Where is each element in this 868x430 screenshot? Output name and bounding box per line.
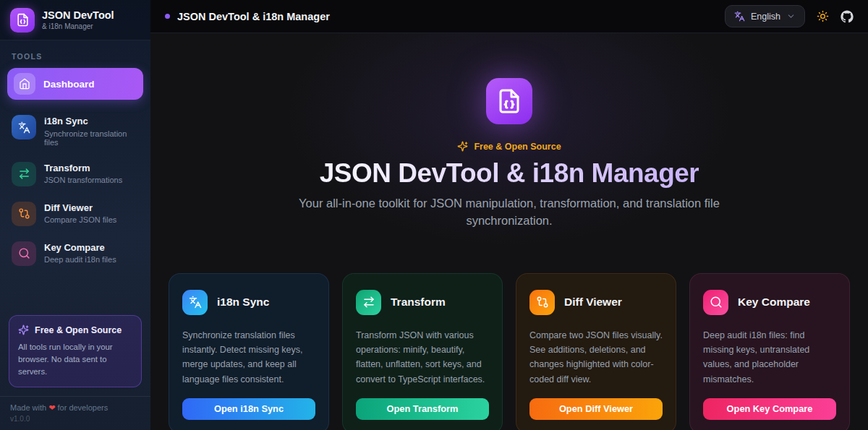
- sun-icon: [817, 10, 829, 22]
- sidebar-item-label: Transform: [44, 162, 122, 174]
- sidebar: JSON DevTool & i18n Manager TOOLS Dashbo…: [0, 0, 150, 430]
- sidebar-nav: Dashboard i18n Sync Synchronize translat…: [0, 68, 150, 266]
- theme-toggle-button[interactable]: [817, 10, 829, 22]
- swap-arrows-icon: [356, 290, 381, 315]
- promo-title: Free & Open Source: [35, 325, 122, 335]
- languages-icon: [12, 115, 36, 139]
- app-subtitle: & i18n Manager: [42, 22, 114, 30]
- language-label: English: [751, 12, 780, 22]
- search-icon: [12, 241, 36, 266]
- languages-icon: [734, 11, 745, 22]
- card-description: Deep audit i18n files: find missing keys…: [703, 328, 836, 387]
- sidebar-item-diff-viewer[interactable]: Diff Viewer Compare JSON files: [12, 202, 139, 226]
- sparkles-icon: [457, 141, 468, 152]
- card-i18n-sync: i18n Sync Synchronize translation files …: [169, 273, 329, 430]
- card-description: Transform JSON with various operations: …: [356, 328, 489, 387]
- made-with-text: Made with ❤ for developers: [10, 403, 140, 413]
- tools-section-label: TOOLS: [12, 52, 139, 61]
- sidebar-header: JSON DevTool & i18n Manager: [0, 0, 150, 40]
- card-transform: Transform Transform JSON with various op…: [342, 273, 503, 430]
- card-description: Compare two JSON files visually. See add…: [529, 328, 663, 387]
- feature-cards: i18n Sync Synchronize translation files …: [150, 273, 868, 430]
- sidebar-item-key-compare[interactable]: Key Compare Deep audit i18n files: [12, 241, 139, 266]
- open-i18n-sync-button[interactable]: Open i18n Sync: [182, 398, 315, 420]
- git-compare-icon: [12, 202, 36, 226]
- languages-icon: [182, 290, 208, 315]
- sidebar-item-label: i18n Sync: [44, 115, 139, 127]
- card-key-compare: Key Compare Deep audit i18n files: find …: [689, 273, 850, 430]
- card-title: Key Compare: [738, 296, 810, 309]
- sidebar-item-i18n-sync[interactable]: i18n Sync Synchronize translation files: [12, 115, 139, 147]
- dashboard-content: Free & Open Source JSON DevTool & i18n M…: [150, 33, 868, 430]
- sidebar-item-sublabel: JSON transformations: [44, 176, 122, 184]
- open-source-badge: Free & Open Source: [457, 141, 561, 152]
- page-title: JSON DevTool & i18n Manager: [177, 11, 330, 22]
- sidebar-item-sublabel: Deep audit i18n files: [44, 255, 116, 264]
- badge-label: Free & Open Source: [474, 142, 561, 152]
- open-diff-viewer-button[interactable]: Open Diff Viewer: [529, 398, 663, 420]
- app-logo-icon: [10, 8, 35, 33]
- sidebar-item-transform[interactable]: Transform JSON transformations: [12, 162, 139, 186]
- sidebar-item-sublabel: Compare JSON files: [44, 215, 116, 224]
- app-logo-text: JSON DevTool & i18n Manager: [42, 9, 114, 30]
- status-dot: [165, 14, 170, 19]
- card-title: i18n Sync: [217, 296, 269, 309]
- sidebar-item-label: Dashboard: [43, 79, 95, 90]
- sidebar-footer: Made with ❤ for developers v1.0.0: [0, 396, 150, 430]
- app-window: JSON DevTool & i18n Manager TOOLS Dashbo…: [0, 0, 868, 430]
- chevron-down-icon: [786, 12, 796, 21]
- swap-arrows-icon: [12, 162, 36, 186]
- sidebar-item-label: Diff Viewer: [44, 202, 116, 214]
- app-title: JSON DevTool: [42, 9, 114, 22]
- github-icon: [841, 10, 854, 23]
- open-key-compare-button[interactable]: Open Key Compare: [703, 398, 836, 420]
- hero-title: JSON DevTool & i18n Manager: [320, 158, 699, 189]
- home-icon: [14, 73, 35, 95]
- card-description: Synchronize translation files instantly.…: [182, 328, 315, 387]
- sparkles-icon: [18, 324, 29, 335]
- github-link-button[interactable]: [841, 10, 854, 23]
- sidebar-item-label: Key Compare: [44, 241, 116, 254]
- app-version: v1.0.0: [10, 415, 140, 423]
- hero-subtitle: Your all-in-one toolkit for JSON manipul…: [292, 195, 726, 230]
- hero-json-file-icon: [486, 78, 532, 124]
- language-selector[interactable]: English: [725, 5, 805, 27]
- search-icon: [703, 290, 728, 315]
- promo-body: All tools run locally in your browser. N…: [18, 341, 132, 378]
- main-area: JSON DevTool & i18n Manager English: [150, 0, 868, 430]
- sidebar-item-dashboard[interactable]: Dashboard: [7, 68, 143, 100]
- top-bar: JSON DevTool & i18n Manager English: [150, 0, 868, 33]
- open-source-promo-card: Free & Open Source All tools run locally…: [9, 315, 142, 387]
- card-diff-viewer: Diff Viewer Compare two JSON files visua…: [516, 273, 676, 430]
- heart-icon: ❤: [48, 403, 55, 412]
- sidebar-item-sublabel: Synchronize translation files: [44, 129, 139, 147]
- git-compare-icon: [529, 290, 555, 315]
- open-transform-button[interactable]: Open Transform: [356, 398, 489, 420]
- card-title: Diff Viewer: [564, 296, 622, 309]
- card-title: Transform: [391, 296, 446, 309]
